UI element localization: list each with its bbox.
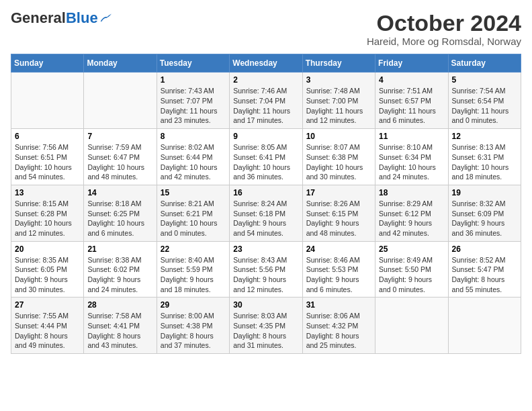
day-number: 26 <box>452 244 517 254</box>
calendar-cell: 29Sunrise: 8:00 AMSunset: 4:38 PMDayligh… <box>157 298 229 354</box>
day-detail: Sunrise: 7:43 AMSunset: 7:07 PMDaylight:… <box>161 86 226 126</box>
day-detail: Sunrise: 8:38 AMSunset: 6:02 PMDaylight:… <box>87 255 152 295</box>
day-number: 1 <box>161 75 226 85</box>
day-number: 4 <box>379 75 444 85</box>
day-number: 22 <box>161 244 226 254</box>
calendar-cell: 12Sunrise: 8:13 AMSunset: 6:31 PMDayligh… <box>448 129 521 185</box>
calendar-cell <box>375 298 448 354</box>
day-detail: Sunrise: 7:55 AMSunset: 4:44 PMDaylight:… <box>15 311 80 351</box>
calendar-cell: 17Sunrise: 8:26 AMSunset: 6:15 PMDayligh… <box>302 185 375 241</box>
calendar-week-row: 27Sunrise: 7:55 AMSunset: 4:44 PMDayligh… <box>11 298 521 354</box>
day-number: 19 <box>452 188 517 197</box>
calendar-body: 1Sunrise: 7:43 AMSunset: 7:07 PMDaylight… <box>11 73 521 354</box>
day-number: 12 <box>452 132 517 141</box>
col-header-monday: Monday <box>84 54 157 73</box>
col-header-thursday: Thursday <box>302 54 375 73</box>
day-detail: Sunrise: 8:29 AMSunset: 6:12 PMDaylight:… <box>379 199 444 238</box>
day-number: 11 <box>379 132 444 141</box>
day-detail: Sunrise: 7:46 AMSunset: 7:04 PMDaylight:… <box>233 86 298 126</box>
day-number: 27 <box>15 300 80 310</box>
day-detail: Sunrise: 8:32 AMSunset: 6:09 PMDaylight:… <box>452 199 517 238</box>
calendar-cell: 24Sunrise: 8:46 AMSunset: 5:53 PMDayligh… <box>302 241 375 298</box>
day-detail: Sunrise: 8:02 AMSunset: 6:44 PMDaylight:… <box>161 142 226 182</box>
calendar-cell: 26Sunrise: 8:52 AMSunset: 5:47 PMDayligh… <box>448 241 521 298</box>
calendar-cell: 22Sunrise: 8:40 AMSunset: 5:59 PMDayligh… <box>157 241 229 298</box>
page-header: GeneralBlue October 2024 Hareid, More og… <box>11 11 521 47</box>
calendar-cell: 20Sunrise: 8:35 AMSunset: 6:05 PMDayligh… <box>11 241 84 298</box>
calendar-cell: 31Sunrise: 8:06 AMSunset: 4:32 PMDayligh… <box>302 298 375 354</box>
day-detail: Sunrise: 8:15 AMSunset: 6:28 PMDaylight:… <box>15 199 80 238</box>
day-detail: Sunrise: 8:00 AMSunset: 4:38 PMDaylight:… <box>161 311 226 351</box>
calendar-header-row: SundayMondayTuesdayWednesdayThursdayFrid… <box>11 54 521 73</box>
day-number: 14 <box>87 188 152 197</box>
day-detail: Sunrise: 8:21 AMSunset: 6:21 PMDaylight:… <box>161 199 226 238</box>
day-number: 10 <box>306 132 371 141</box>
calendar-cell: 13Sunrise: 8:15 AMSunset: 6:28 PMDayligh… <box>11 185 84 241</box>
calendar-cell: 19Sunrise: 8:32 AMSunset: 6:09 PMDayligh… <box>448 185 521 241</box>
day-number: 20 <box>15 244 80 254</box>
calendar-cell: 2Sunrise: 7:46 AMSunset: 7:04 PMDaylight… <box>230 73 302 129</box>
calendar-cell: 23Sunrise: 8:43 AMSunset: 5:56 PMDayligh… <box>230 241 302 298</box>
calendar-cell: 30Sunrise: 8:03 AMSunset: 4:35 PMDayligh… <box>230 298 302 354</box>
col-header-tuesday: Tuesday <box>157 54 229 73</box>
day-number: 18 <box>379 188 444 197</box>
logo-text: GeneralBlue <box>11 11 98 26</box>
calendar-cell <box>11 73 84 129</box>
calendar-cell: 16Sunrise: 8:24 AMSunset: 6:18 PMDayligh… <box>230 185 302 241</box>
title-block: October 2024 Hareid, More og Romsdal, No… <box>367 11 521 47</box>
calendar-cell: 11Sunrise: 8:10 AMSunset: 6:34 PMDayligh… <box>375 129 448 185</box>
calendar-cell: 8Sunrise: 8:02 AMSunset: 6:44 PMDaylight… <box>157 129 229 185</box>
day-detail: Sunrise: 7:51 AMSunset: 6:57 PMDaylight:… <box>379 86 444 126</box>
day-number: 25 <box>379 244 444 254</box>
calendar-cell: 9Sunrise: 8:05 AMSunset: 6:41 PMDaylight… <box>230 129 302 185</box>
calendar-cell <box>448 298 521 354</box>
calendar-cell: 27Sunrise: 7:55 AMSunset: 4:44 PMDayligh… <box>11 298 84 354</box>
calendar-cell: 25Sunrise: 8:49 AMSunset: 5:50 PMDayligh… <box>375 241 448 298</box>
day-detail: Sunrise: 7:56 AMSunset: 6:51 PMDaylight:… <box>15 142 80 182</box>
day-detail: Sunrise: 7:48 AMSunset: 7:00 PMDaylight:… <box>306 86 371 126</box>
day-number: 5 <box>452 75 517 85</box>
calendar-week-row: 6Sunrise: 7:56 AMSunset: 6:51 PMDaylight… <box>11 129 521 185</box>
location-title: Hareid, More og Romsdal, Norway <box>367 36 521 47</box>
day-detail: Sunrise: 8:06 AMSunset: 4:32 PMDaylight:… <box>306 311 371 351</box>
day-detail: Sunrise: 8:07 AMSunset: 6:38 PMDaylight:… <box>306 142 371 182</box>
calendar-cell: 15Sunrise: 8:21 AMSunset: 6:21 PMDayligh… <box>157 185 229 241</box>
day-number: 21 <box>87 244 152 254</box>
day-detail: Sunrise: 8:52 AMSunset: 5:47 PMDaylight:… <box>452 255 517 295</box>
calendar-cell: 18Sunrise: 8:29 AMSunset: 6:12 PMDayligh… <box>375 185 448 241</box>
col-header-wednesday: Wednesday <box>230 54 302 73</box>
day-number: 28 <box>87 300 152 310</box>
day-number: 24 <box>306 244 371 254</box>
calendar-cell: 4Sunrise: 7:51 AMSunset: 6:57 PMDaylight… <box>375 73 448 129</box>
day-number: 16 <box>233 188 298 197</box>
day-detail: Sunrise: 7:59 AMSunset: 6:47 PMDaylight:… <box>87 142 152 182</box>
day-detail: Sunrise: 7:58 AMSunset: 4:41 PMDaylight:… <box>87 311 152 351</box>
day-number: 7 <box>87 132 152 141</box>
day-number: 6 <box>15 132 80 141</box>
month-title: October 2024 <box>367 11 521 36</box>
day-detail: Sunrise: 8:43 AMSunset: 5:56 PMDaylight:… <box>233 255 298 295</box>
day-detail: Sunrise: 8:13 AMSunset: 6:31 PMDaylight:… <box>452 142 517 182</box>
logo-bird-icon <box>99 13 112 23</box>
col-header-sunday: Sunday <box>11 54 84 73</box>
calendar-cell: 28Sunrise: 7:58 AMSunset: 4:41 PMDayligh… <box>84 298 157 354</box>
day-detail: Sunrise: 8:40 AMSunset: 5:59 PMDaylight:… <box>161 255 226 295</box>
day-number: 31 <box>306 300 371 310</box>
calendar-cell: 6Sunrise: 7:56 AMSunset: 6:51 PMDaylight… <box>11 129 84 185</box>
day-detail: Sunrise: 8:03 AMSunset: 4:35 PMDaylight:… <box>233 311 298 351</box>
calendar-cell: 10Sunrise: 8:07 AMSunset: 6:38 PMDayligh… <box>302 129 375 185</box>
calendar-cell: 21Sunrise: 8:38 AMSunset: 6:02 PMDayligh… <box>84 241 157 298</box>
day-detail: Sunrise: 8:24 AMSunset: 6:18 PMDaylight:… <box>233 199 298 238</box>
day-detail: Sunrise: 8:05 AMSunset: 6:41 PMDaylight:… <box>233 142 298 182</box>
calendar-cell: 3Sunrise: 7:48 AMSunset: 7:00 PMDaylight… <box>302 73 375 129</box>
calendar-week-row: 20Sunrise: 8:35 AMSunset: 6:05 PMDayligh… <box>11 241 521 298</box>
day-number: 30 <box>233 300 298 310</box>
day-detail: Sunrise: 8:18 AMSunset: 6:25 PMDaylight:… <box>87 199 152 238</box>
day-detail: Sunrise: 8:26 AMSunset: 6:15 PMDaylight:… <box>306 199 371 238</box>
calendar-week-row: 1Sunrise: 7:43 AMSunset: 7:07 PMDaylight… <box>11 73 521 129</box>
day-number: 2 <box>233 75 298 85</box>
calendar-cell: 7Sunrise: 7:59 AMSunset: 6:47 PMDaylight… <box>84 129 157 185</box>
day-number: 29 <box>161 300 226 310</box>
day-number: 9 <box>233 132 298 141</box>
calendar-cell <box>84 73 157 129</box>
